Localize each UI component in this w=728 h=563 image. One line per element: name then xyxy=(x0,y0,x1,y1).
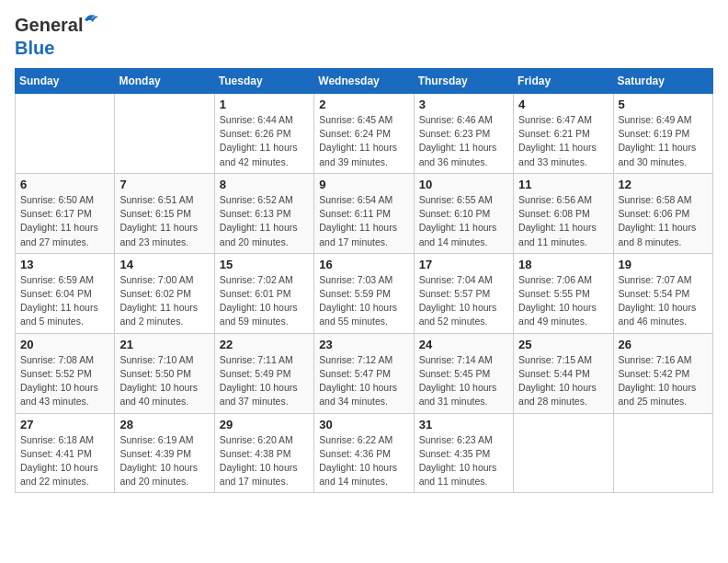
calendar-cell: 26 Sunrise: 7:16 AM Sunset: 5:42 PM Dayl… xyxy=(613,333,712,413)
calendar-week-row: 20 Sunrise: 7:08 AM Sunset: 5:52 PM Dayl… xyxy=(16,333,713,413)
daylight-text: Daylight: 11 hours and 8 minutes. xyxy=(619,222,697,247)
sunset-text: Sunset: 6:13 PM xyxy=(220,208,291,219)
day-info: Sunrise: 7:03 AM Sunset: 5:59 PM Dayligh… xyxy=(319,273,408,329)
day-info: Sunrise: 6:44 AM Sunset: 6:26 PM Dayligh… xyxy=(220,113,309,169)
daylight-text: Daylight: 10 hours and 17 minutes. xyxy=(220,462,298,487)
calendar-cell: 28 Sunrise: 6:19 AM Sunset: 4:39 PM Dayl… xyxy=(115,413,214,493)
sunrise-text: Sunrise: 7:15 AM xyxy=(518,354,592,365)
weekday-header: Wednesday xyxy=(314,69,414,94)
day-number: 27 xyxy=(20,418,109,431)
daylight-text: Daylight: 11 hours and 42 minutes. xyxy=(220,142,298,167)
sunset-text: Sunset: 5:44 PM xyxy=(518,368,590,379)
calendar-table: SundayMondayTuesdayWednesdayThursdayFrid… xyxy=(15,68,713,493)
day-info: Sunrise: 6:51 AM Sunset: 6:15 PM Dayligh… xyxy=(119,193,209,249)
sunrise-text: Sunrise: 7:02 AM xyxy=(220,274,293,285)
sunset-text: Sunset: 5:45 PM xyxy=(419,368,491,379)
daylight-text: Daylight: 10 hours and 37 minutes. xyxy=(220,382,298,407)
sunrise-text: Sunrise: 7:10 AM xyxy=(119,354,193,365)
calendar-cell: 24 Sunrise: 7:14 AM Sunset: 5:45 PM Dayl… xyxy=(414,333,513,413)
sunrise-text: Sunrise: 6:50 AM xyxy=(20,194,94,205)
calendar-cell: 25 Sunrise: 7:15 AM Sunset: 5:44 PM Dayl… xyxy=(514,333,613,413)
sunrise-text: Sunrise: 6:58 AM xyxy=(619,194,692,205)
sunset-text: Sunset: 5:59 PM xyxy=(319,288,391,299)
daylight-text: Daylight: 10 hours and 20 minutes. xyxy=(119,462,198,487)
sunrise-text: Sunrise: 6:55 AM xyxy=(419,194,493,205)
sunset-text: Sunset: 5:52 PM xyxy=(20,368,92,379)
calendar-cell xyxy=(514,413,613,493)
daylight-text: Daylight: 10 hours and 49 minutes. xyxy=(518,302,597,327)
logo-bird-icon xyxy=(83,11,99,28)
sunrise-text: Sunrise: 6:20 AM xyxy=(220,434,293,445)
day-info: Sunrise: 7:07 AM Sunset: 5:54 PM Dayligh… xyxy=(619,273,708,329)
sunrise-text: Sunrise: 6:49 AM xyxy=(619,114,692,125)
sunset-text: Sunset: 6:19 PM xyxy=(619,128,690,139)
sunrise-text: Sunrise: 6:52 AM xyxy=(220,194,293,205)
daylight-text: Daylight: 11 hours and 27 minutes. xyxy=(20,222,98,247)
day-info: Sunrise: 6:59 AM Sunset: 6:04 PM Dayligh… xyxy=(20,273,109,329)
sunset-text: Sunset: 6:24 PM xyxy=(319,128,391,139)
sunrise-text: Sunrise: 6:59 AM xyxy=(20,274,94,285)
calendar-cell: 4 Sunrise: 6:47 AM Sunset: 6:21 PM Dayli… xyxy=(514,94,613,174)
daylight-text: Daylight: 10 hours and 59 minutes. xyxy=(220,302,298,327)
day-number: 5 xyxy=(619,98,708,111)
day-number: 15 xyxy=(220,258,309,271)
day-number: 17 xyxy=(419,258,508,271)
day-number: 9 xyxy=(319,178,408,191)
calendar-cell: 15 Sunrise: 7:02 AM Sunset: 6:01 PM Dayl… xyxy=(214,253,313,333)
day-number: 24 xyxy=(419,338,508,351)
sunrise-text: Sunrise: 7:12 AM xyxy=(319,354,392,365)
day-info: Sunrise: 7:08 AM Sunset: 5:52 PM Dayligh… xyxy=(20,353,109,409)
day-number: 16 xyxy=(319,258,408,271)
sunrise-text: Sunrise: 6:51 AM xyxy=(119,194,193,205)
calendar-cell: 13 Sunrise: 6:59 AM Sunset: 6:04 PM Dayl… xyxy=(16,253,115,333)
daylight-text: Daylight: 10 hours and 31 minutes. xyxy=(419,382,497,407)
calendar-cell: 5 Sunrise: 6:49 AM Sunset: 6:19 PM Dayli… xyxy=(613,94,712,174)
day-number: 2 xyxy=(319,98,408,111)
day-info: Sunrise: 6:45 AM Sunset: 6:24 PM Dayligh… xyxy=(319,113,408,169)
daylight-text: Daylight: 10 hours and 43 minutes. xyxy=(20,382,98,407)
sunrise-text: Sunrise: 7:14 AM xyxy=(419,354,493,365)
day-info: Sunrise: 7:04 AM Sunset: 5:57 PM Dayligh… xyxy=(419,273,508,329)
calendar-cell: 30 Sunrise: 6:22 AM Sunset: 4:36 PM Dayl… xyxy=(314,413,414,493)
weekday-header: Thursday xyxy=(414,69,513,94)
sunrise-text: Sunrise: 7:00 AM xyxy=(119,274,193,285)
day-info: Sunrise: 6:49 AM Sunset: 6:19 PM Dayligh… xyxy=(619,113,708,169)
sunrise-text: Sunrise: 7:08 AM xyxy=(20,354,94,365)
day-number: 21 xyxy=(119,338,209,351)
sunset-text: Sunset: 6:04 PM xyxy=(20,288,92,299)
calendar-cell: 9 Sunrise: 6:54 AM Sunset: 6:11 PM Dayli… xyxy=(314,173,414,253)
calendar-cell xyxy=(613,413,712,493)
sunset-text: Sunset: 6:02 PM xyxy=(119,288,191,299)
sunset-text: Sunset: 6:15 PM xyxy=(119,208,191,219)
daylight-text: Daylight: 10 hours and 46 minutes. xyxy=(619,302,697,327)
day-number: 31 xyxy=(419,418,508,431)
daylight-text: Daylight: 10 hours and 11 minutes. xyxy=(419,462,497,487)
calendar-cell: 11 Sunrise: 6:56 AM Sunset: 6:08 PM Dayl… xyxy=(514,173,613,253)
calendar-header-row: SundayMondayTuesdayWednesdayThursdayFrid… xyxy=(16,69,713,94)
sunset-text: Sunset: 5:47 PM xyxy=(319,368,391,379)
day-info: Sunrise: 6:20 AM Sunset: 4:38 PM Dayligh… xyxy=(220,433,309,489)
day-number: 13 xyxy=(20,258,109,271)
day-number: 20 xyxy=(20,338,109,351)
calendar-cell: 2 Sunrise: 6:45 AM Sunset: 6:24 PM Dayli… xyxy=(314,94,414,174)
calendar-week-row: 6 Sunrise: 6:50 AM Sunset: 6:17 PM Dayli… xyxy=(16,173,713,253)
day-number: 10 xyxy=(419,178,508,191)
daylight-text: Daylight: 11 hours and 2 minutes. xyxy=(119,302,198,327)
sunset-text: Sunset: 6:08 PM xyxy=(518,208,590,219)
sunrise-text: Sunrise: 7:16 AM xyxy=(619,354,692,365)
logo-text: General xyxy=(15,15,83,35)
sunset-text: Sunset: 4:35 PM xyxy=(419,448,491,459)
daylight-text: Daylight: 11 hours and 14 minutes. xyxy=(419,222,497,247)
daylight-text: Daylight: 10 hours and 55 minutes. xyxy=(319,302,397,327)
daylight-text: Daylight: 10 hours and 14 minutes. xyxy=(319,462,397,487)
day-number: 28 xyxy=(119,418,209,431)
page-header: General Blue xyxy=(15,15,713,59)
sunrise-text: Sunrise: 6:22 AM xyxy=(319,434,392,445)
sunrise-text: Sunrise: 7:04 AM xyxy=(419,274,493,285)
day-info: Sunrise: 6:47 AM Sunset: 6:21 PM Dayligh… xyxy=(518,113,608,169)
sunset-text: Sunset: 6:23 PM xyxy=(419,128,491,139)
sunset-text: Sunset: 6:10 PM xyxy=(419,208,491,219)
day-number: 26 xyxy=(619,338,708,351)
day-info: Sunrise: 7:14 AM Sunset: 5:45 PM Dayligh… xyxy=(419,353,508,409)
sunset-text: Sunset: 6:06 PM xyxy=(619,208,690,219)
